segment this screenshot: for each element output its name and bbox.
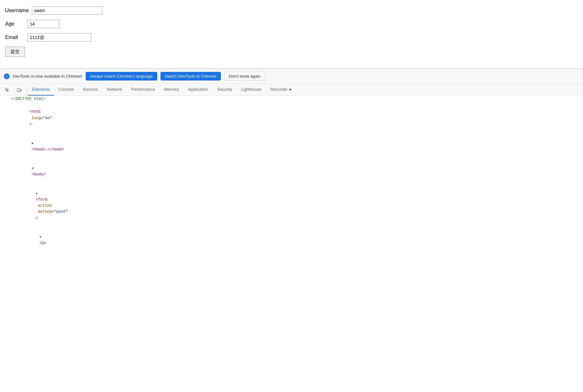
line-form[interactable]: ▼ <form action method="post" > — [0, 184, 583, 228]
line-head[interactable]: ▶ <head>…</head> — [0, 134, 583, 159]
line-body[interactable]: ▼ <body> — [0, 159, 583, 184]
always-match-button[interactable]: Always match Chrome's language — [86, 72, 157, 81]
email-input[interactable] — [27, 33, 91, 42]
tab-memory[interactable]: Memory — [159, 84, 183, 96]
line-p1-open[interactable]: ▼ <p> — [0, 228, 583, 253]
language-banner: i DevTools is now available in Chinese! … — [0, 69, 583, 84]
age-input[interactable] — [27, 20, 59, 28]
age-row: Age — [5, 20, 578, 28]
username-row: Username — [5, 6, 578, 15]
svg-rect-1 — [20, 89, 21, 91]
devtools-panel: i DevTools is now available in Chinese! … — [0, 69, 583, 260]
tab-separator — [26, 87, 27, 93]
email-label: Email — [5, 35, 24, 40]
line-html[interactable]: <html lang="en" > — [0, 103, 583, 134]
username-label: Username — [5, 8, 29, 13]
tab-sources[interactable]: Sources — [78, 84, 103, 96]
tab-lighthouse[interactable]: Lighthouse — [237, 84, 266, 96]
tab-performance[interactable]: Performance — [127, 84, 159, 96]
dont-show-again-button[interactable]: Don't show again — [224, 72, 265, 81]
elements-panel: <!DOCTYPE html> <html lang="en" > ▶ <hea… — [0, 96, 583, 260]
device-toolbar-button[interactable] — [13, 85, 25, 95]
submit-button[interactable]: 提交 — [5, 47, 25, 57]
info-icon: i — [4, 73, 10, 79]
page-content: Username Age Email 提交 — [0, 0, 583, 69]
cursor-icon-button[interactable] — [2, 85, 13, 95]
submit-row: 提交 — [5, 47, 578, 57]
line-username-text[interactable]: " Username " — [0, 253, 583, 260]
tab-application[interactable]: Application — [183, 84, 213, 96]
switch-to-chinese-button[interactable]: Switch DevTools to Chinese — [160, 72, 221, 81]
tab-network[interactable]: Network — [103, 84, 127, 96]
tab-elements[interactable]: Elements — [28, 84, 54, 96]
tab-console[interactable]: Console — [54, 84, 78, 96]
banner-message: DevTools is now available in Chinese! — [13, 74, 82, 79]
email-row: Email — [5, 33, 578, 42]
devtools-tabs: Elements Console Sources Network Perform… — [0, 84, 583, 96]
line-doctype[interactable]: <!DOCTYPE html> — [0, 96, 583, 103]
tab-recorder[interactable]: Recorder ► — [266, 84, 297, 96]
username-input[interactable] — [32, 6, 102, 15]
age-label: Age — [5, 21, 24, 27]
tab-security[interactable]: Security — [213, 84, 237, 96]
